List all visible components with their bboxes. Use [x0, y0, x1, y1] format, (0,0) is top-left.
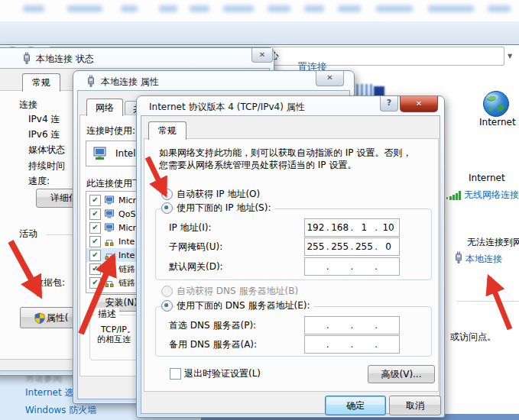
- checkbox-checked[interactable]: ✔: [89, 222, 101, 234]
- octet: 255: [329, 241, 351, 252]
- wireless-connection-link[interactable]: 无线网络连接: [464, 189, 518, 202]
- blurred-menu-item: [121, 5, 138, 12]
- blurred-menu-item: [190, 5, 209, 12]
- octet-separator: .: [351, 320, 354, 331]
- connection-items-label: 此连接使用下: [86, 177, 141, 190]
- list-item-label: 链路: [118, 263, 135, 275]
- radio-manual-dns[interactable]: [161, 300, 173, 312]
- alternate-dns-field[interactable]: . . .: [304, 335, 400, 354]
- radio-auto-dns-label: 自动获得 DNS 服务器地址(B): [177, 285, 298, 298]
- close-icon: ✕: [259, 50, 265, 59]
- tcpip-dialog-body: 常规 如果网络支持此功能，则可以获取自动指派的 IP 设置。否则， 您需要从网络…: [141, 115, 440, 414]
- network-protocol-icon: [105, 237, 115, 246]
- blurred-menu-item: [67, 5, 102, 12]
- blurred-menu-item: [376, 5, 413, 12]
- radio-auto-dns: [161, 286, 173, 297]
- octet-separator: .: [351, 339, 354, 350]
- blurred-menu-item: [338, 5, 361, 12]
- close-button[interactable]: ✕: [251, 48, 273, 63]
- close-button[interactable]: ✕: [316, 71, 344, 86]
- alternate-dns-label: 备用 DNS 服务器(A):: [169, 338, 257, 351]
- internet-globe-icon: [482, 89, 511, 118]
- checkbox-checked[interactable]: ✔: [89, 195, 101, 206]
- octet-separator: .: [375, 320, 378, 331]
- menu-bar: [0, 0, 519, 21]
- close-icon: ✕: [416, 99, 422, 108]
- windows-firewall-link[interactable]: Windows 防火墙: [25, 404, 96, 417]
- ok-button[interactable]: 确定: [325, 396, 386, 415]
- gateway-field[interactable]: . . .: [304, 257, 400, 276]
- network-adapter-icon: [92, 146, 109, 161]
- tcpip-tab-page: 如果网络支持此功能，则可以获取自动指派的 IP 设置。否则， 您需要从网络系统管…: [144, 138, 439, 392]
- status-row: 持续时间: [28, 160, 65, 173]
- radio-auto-ip[interactable]: [161, 189, 173, 200]
- tab-general[interactable]: 常规: [22, 73, 60, 92]
- octet: 255: [354, 241, 375, 252]
- preferred-dns-field[interactable]: . . .: [304, 316, 400, 334]
- advanced-button[interactable]: 高级(V)...: [368, 365, 435, 383]
- properties-dialog-titlebar[interactable]: 本地连接 属性 ✕: [73, 71, 354, 91]
- preferred-dns-label: 首选 DNS 服务器(P):: [169, 319, 256, 332]
- tab-network[interactable]: 网络: [86, 99, 123, 116]
- list-item-label: Inte: [118, 237, 135, 247]
- checkbox-checked[interactable]: ✔: [89, 277, 101, 289]
- blurred-menu-item: [304, 5, 324, 12]
- help-icon: ?: [387, 98, 391, 108]
- octet: 1: [354, 222, 375, 233]
- radio-manual-dns-label: 使用下面的 DNS 服务器地址(E):: [175, 299, 313, 312]
- list-item-label: Micr: [118, 223, 136, 233]
- ethernet-plug-icon: [22, 52, 31, 65]
- status-dialog-titlebar[interactable]: 本地连接 状态 ✕: [0, 48, 274, 68]
- local-connection-link[interactable]: 本地连接: [465, 253, 502, 266]
- computer-icon: [105, 209, 115, 218]
- octet: 0: [378, 241, 399, 252]
- octet-separator: .: [375, 261, 378, 272]
- octet-separator: .: [375, 339, 378, 350]
- tcpip-dialog-titlebar[interactable]: Internet 协议版本 4 (TCP/IPv4) 属性 ? ✕: [137, 96, 444, 116]
- network-type-label: Internet: [469, 173, 505, 183]
- intro-text: 您需要从网络系统管理员处获得适当的 IP 设置。: [159, 159, 356, 172]
- intro-text: 如果网络支持此功能，则可以获取自动指派的 IP 设置。否则，: [159, 147, 411, 160]
- network-protocol-icon: [105, 250, 115, 260]
- address-dropdown-icon[interactable]: ▼: [508, 53, 512, 60]
- list-item-label: Micr: [118, 195, 136, 205]
- cancel-button[interactable]: 取消: [389, 396, 441, 415]
- tab-general[interactable]: 常规: [148, 121, 187, 140]
- octet-separator: .: [326, 320, 329, 331]
- tcpip-dialog: Internet 协议版本 4 (TCP/IPv4) 属性 ? ✕ 常规 如果网…: [136, 95, 445, 418]
- divider: [457, 301, 519, 302]
- activity-section-label: 活动: [19, 228, 37, 241]
- computer-icon: [105, 195, 115, 205]
- status-row: IPv6 连: [28, 128, 60, 141]
- octet: 255: [305, 241, 326, 252]
- checkbox-checked[interactable]: ✔: [89, 236, 101, 247]
- cannot-connect-text: 无法连接到网: [467, 236, 519, 249]
- annotation-arrow-local-connection: [489, 278, 510, 329]
- computer-icon: [105, 223, 115, 232]
- address-bar: ← → ▾ ▶ 控制面板 ▶ 网络和 Internet ▶ 网络和共享中心 ▼: [0, 21, 519, 45]
- subnet-mask-field[interactable]: 255. 255. 255. 0: [304, 237, 400, 256]
- list-item-label: QoS: [118, 209, 135, 219]
- radio-manual-ip[interactable]: [161, 202, 173, 214]
- octet-separator: .: [326, 261, 329, 272]
- list-item-label: Inte: [118, 250, 135, 260]
- ip-address-field[interactable]: 192. 168. 1. 10: [304, 218, 400, 237]
- help-button[interactable]: ?: [380, 96, 398, 111]
- checkbox-checked[interactable]: ✔: [89, 208, 101, 220]
- blurred-menu-item: [268, 5, 290, 12]
- ethernet-plug-icon: [86, 75, 96, 88]
- checkbox-checked[interactable]: ✔: [89, 250, 101, 261]
- close-button[interactable]: ✕: [400, 96, 438, 112]
- access-point-text: 或访问点。: [450, 331, 496, 344]
- properties-dialog-title: 本地连接 属性: [101, 76, 159, 89]
- blurred-thumbnail: [356, 84, 373, 96]
- uac-shield-icon: [34, 312, 45, 324]
- checkbox-checked[interactable]: ✔: [89, 263, 101, 275]
- ip-address-label: IP 地址(I):: [169, 221, 212, 234]
- radio-manual-ip-label: 使用下面的 IP 地址(S):: [175, 202, 274, 215]
- validate-checkbox[interactable]: [170, 368, 181, 380]
- blurred-menu-item: [159, 5, 177, 12]
- internet-icon-label: Internet: [479, 117, 516, 128]
- desktop-screenshot: ← → ▾ ▶ 控制面板 ▶ 网络和 Internet ▶ 网络和共享中心 ▼ …: [0, 0, 519, 420]
- validate-checkbox-label: 退出时验证设置(L): [184, 367, 261, 380]
